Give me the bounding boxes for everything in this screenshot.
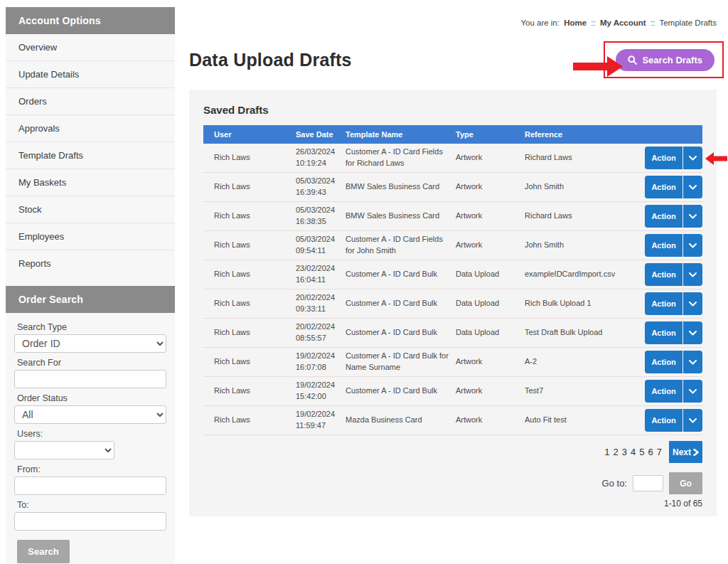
breadcrumb-my-account-link[interactable]: My Account xyxy=(600,18,646,27)
action-button[interactable]: Action xyxy=(645,292,683,315)
sidebar-item-orders[interactable]: Orders xyxy=(6,88,175,115)
order-search-button[interactable]: Search xyxy=(17,540,70,563)
to-label: To: xyxy=(17,500,166,510)
action-button[interactable]: Action xyxy=(645,176,683,198)
page-number-6[interactable]: 6 xyxy=(648,447,653,457)
action-button[interactable]: Action xyxy=(645,380,683,403)
from-input[interactable] xyxy=(14,477,166,495)
chevron-down-icon xyxy=(689,156,697,161)
sidebar-item-update-details[interactable]: Update Details xyxy=(6,61,175,88)
action-dropdown-toggle[interactable] xyxy=(683,380,702,403)
cell-save-date: 26/03/2024 10:19:24 xyxy=(296,147,346,169)
to-input[interactable] xyxy=(14,512,166,531)
page-title: Data Upload Drafts xyxy=(189,50,352,70)
action-dropdown-toggle[interactable] xyxy=(683,205,702,228)
page-number-4[interactable]: 4 xyxy=(631,447,636,457)
cell-user: Rich Laws xyxy=(203,385,296,397)
cell-save-date: 19/02/2024 15:42:00 xyxy=(296,380,346,403)
page-number-7[interactable]: 7 xyxy=(657,447,662,457)
action-split-button: Action xyxy=(645,321,702,344)
search-drafts-label: Search Drafts xyxy=(642,55,702,65)
breadcrumb-home-link[interactable]: Home xyxy=(564,18,587,27)
cell-template-name: Customer A - ID Card Bulk xyxy=(346,269,456,280)
cell-save-date: 20/02/2024 08:55:57 xyxy=(296,321,346,344)
cell-actions: Action xyxy=(645,380,702,403)
go-button[interactable]: Go xyxy=(669,472,702,494)
action-split-button: Action xyxy=(645,351,702,373)
action-dropdown-toggle[interactable] xyxy=(683,321,702,344)
page-number-5[interactable]: 5 xyxy=(639,447,644,457)
breadcrumb-separator: :: xyxy=(651,18,655,27)
table-row: Rich Laws 26/03/2024 10:19:24 Customer A… xyxy=(203,144,702,173)
action-dropdown-toggle[interactable] xyxy=(683,292,702,315)
page-number-1[interactable]: 1 xyxy=(604,447,609,457)
action-dropdown-toggle[interactable] xyxy=(683,263,702,286)
action-button[interactable]: Action xyxy=(645,205,683,228)
cell-type: Data Upload xyxy=(456,327,525,339)
main-content: You are in: Home :: My Account :: Templa… xyxy=(189,0,717,516)
action-button[interactable]: Action xyxy=(645,263,683,286)
sidebar-item-stock[interactable]: Stock xyxy=(6,196,175,223)
chevron-down-icon xyxy=(689,389,697,394)
sidebar-item-my-baskets[interactable]: My Baskets xyxy=(6,169,175,196)
action-dropdown-toggle[interactable] xyxy=(683,176,702,198)
search-for-input[interactable] xyxy=(14,370,166,388)
action-button[interactable]: Action xyxy=(645,351,683,373)
chevron-down-icon xyxy=(689,214,697,219)
sidebar-item-template-drafts[interactable]: Template Drafts xyxy=(6,142,175,169)
page: Account Options OverviewUpdate DetailsOr… xyxy=(0,0,728,564)
cell-template-name: Customer A - ID Card Fields for Richard … xyxy=(346,147,456,169)
cell-save-date: 20/02/2024 09:33:11 xyxy=(296,292,346,315)
cell-reference: A-2 xyxy=(525,356,645,368)
cell-user: Rich Laws xyxy=(203,240,296,251)
breadcrumb-current: Template Drafts xyxy=(659,18,717,27)
sidebar-item-approvals[interactable]: Approvals xyxy=(6,115,175,142)
drafts-table-body: Rich Laws 26/03/2024 10:19:24 Customer A… xyxy=(203,144,702,435)
action-button[interactable]: Action xyxy=(645,234,683,257)
next-page-button[interactable]: Next xyxy=(669,441,702,463)
cell-actions: Action xyxy=(645,351,702,373)
pagination: 1234567 Next xyxy=(203,441,702,463)
order-search-header: Order Search xyxy=(6,286,175,313)
account-options-nav: OverviewUpdate DetailsOrdersApprovalsTem… xyxy=(6,34,175,277)
action-split-button: Action xyxy=(645,380,702,403)
sidebar-item-overview[interactable]: Overview xyxy=(6,34,175,61)
users-select[interactable] xyxy=(14,441,114,459)
cell-user: Rich Laws xyxy=(203,181,296,193)
sidebar-item-employees[interactable]: Employees xyxy=(6,223,175,250)
breadcrumb: You are in: Home :: My Account :: Templa… xyxy=(189,0,717,27)
search-drafts-button[interactable]: Search Drafts xyxy=(616,49,714,71)
action-split-button: Action xyxy=(645,147,702,169)
cell-save-date: 05/03/2024 16:39:43 xyxy=(296,176,346,198)
cell-template-name: Mazda Business Card xyxy=(346,415,456,426)
goto-page-input[interactable] xyxy=(633,475,663,491)
page-number-3[interactable]: 3 xyxy=(622,447,627,457)
cell-type: Data Upload xyxy=(456,298,525,309)
cell-template-name: BMW Sales Business Card xyxy=(346,211,456,222)
cell-type: Artwork xyxy=(456,211,525,222)
action-button[interactable]: Action xyxy=(645,409,683,432)
action-button[interactable]: Action xyxy=(645,147,683,169)
search-icon xyxy=(628,55,637,65)
table-row: Rich Laws 23/02/2024 16:04:11 Customer A… xyxy=(203,260,702,289)
table-row: Rich Laws 19/02/2024 11:59:47 Mazda Busi… xyxy=(203,406,702,435)
action-dropdown-toggle[interactable] xyxy=(683,409,702,432)
page-numbers: 1234567 xyxy=(604,447,662,457)
table-row: Rich Laws 05/03/2024 16:39:43 BMW Sales … xyxy=(203,173,702,202)
sidebar-item-reports[interactable]: Reports xyxy=(6,250,175,277)
breadcrumb-separator: :: xyxy=(591,18,595,27)
cell-reference: Richard Laws xyxy=(525,211,645,222)
sidebar: Account Options OverviewUpdate DetailsOr… xyxy=(6,7,175,564)
cell-reference: exampleIDCardImport.csv xyxy=(525,269,645,280)
next-label: Next xyxy=(673,447,691,457)
order-status-select[interactable]: All xyxy=(14,405,166,424)
search-type-select[interactable]: Order ID xyxy=(14,334,166,353)
goto-label: Go to: xyxy=(602,478,627,489)
action-dropdown-toggle[interactable] xyxy=(683,147,702,169)
saved-drafts-title: Saved Drafts xyxy=(203,104,702,116)
action-dropdown-toggle[interactable] xyxy=(683,234,702,257)
action-dropdown-toggle[interactable] xyxy=(683,351,702,373)
cell-type: Artwork xyxy=(456,356,525,368)
page-number-2[interactable]: 2 xyxy=(614,447,619,457)
action-button[interactable]: Action xyxy=(645,321,683,344)
